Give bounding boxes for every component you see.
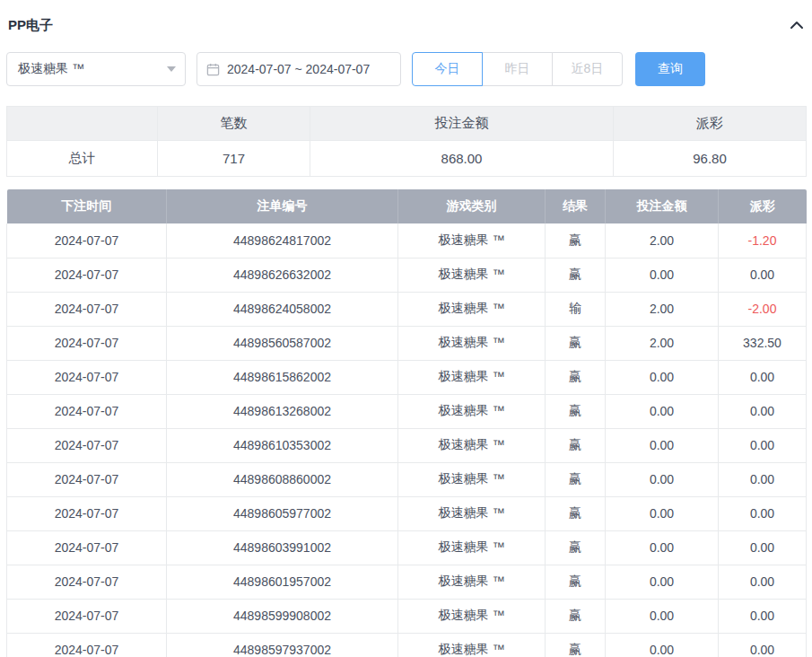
cell-result: 赢 — [546, 360, 606, 394]
cell-game: 极速糖果 ™ — [398, 223, 546, 258]
cell-date: 2024-07-07 — [7, 530, 167, 565]
cell-bet: 2.00 — [606, 326, 719, 360]
cell-bet: 0.00 — [606, 258, 719, 292]
header-order-id: 注单编号 — [167, 189, 398, 223]
chevron-up-icon — [790, 18, 804, 32]
cell-result: 赢 — [546, 496, 606, 530]
page-title: PP电子 — [8, 17, 53, 34]
cell-bet: 0.00 — [606, 599, 719, 633]
cell-order-id: 44898613268002 — [167, 394, 398, 428]
cell-game: 极速糖果 ™ — [398, 462, 546, 496]
table-row: 2024-07-0744898624817002极速糖果 ™赢2.00-1.20 — [7, 223, 807, 258]
summary-header-bet: 投注金额 — [310, 107, 614, 141]
cell-bet: 0.00 — [606, 462, 719, 496]
cell-game: 极速糖果 ™ — [398, 360, 546, 394]
summary-bet-value: 868.00 — [310, 141, 614, 177]
cell-payout: 0.00 — [719, 599, 807, 633]
cell-order-id: 44898626632002 — [167, 258, 398, 292]
cell-order-id: 44898597937002 — [167, 633, 398, 657]
header-bet-time: 下注时间 — [7, 189, 167, 223]
cell-order-id: 44898615862002 — [167, 360, 398, 394]
cell-bet: 0.00 — [606, 360, 719, 394]
table-row: 2024-07-0744898610353002极速糖果 ™赢0.000.00 — [7, 428, 807, 462]
cell-result: 赢 — [546, 223, 606, 258]
cell-result: 赢 — [546, 633, 606, 657]
summary-payout-value: 96.80 — [614, 141, 807, 177]
date-range-input[interactable]: 2024-07-07 ~ 2024-07-07 — [196, 52, 401, 86]
cell-date: 2024-07-07 — [7, 223, 167, 258]
cell-result: 赢 — [546, 599, 606, 633]
cell-result: 赢 — [546, 428, 606, 462]
cell-bet: 2.00 — [606, 223, 719, 258]
header-payout: 派彩 — [719, 189, 807, 223]
cell-bet: 0.00 — [606, 530, 719, 565]
table-row: 2024-07-0744898615862002极速糖果 ™赢0.000.00 — [7, 360, 807, 394]
cell-date: 2024-07-07 — [7, 565, 167, 599]
summary-header-payout: 派彩 — [614, 107, 807, 141]
today-button[interactable]: 今日 — [412, 52, 483, 86]
cell-order-id: 44898624817002 — [167, 223, 398, 258]
cell-game: 极速糖果 ™ — [398, 292, 546, 326]
cell-result: 输 — [546, 292, 606, 326]
table-row: 2024-07-0744898605977002极速糖果 ™赢0.000.00 — [7, 496, 807, 530]
summary-row: 总计 717 868.00 96.80 — [7, 141, 807, 177]
cell-payout: 0.00 — [719, 565, 807, 599]
cell-game: 极速糖果 ™ — [398, 258, 546, 292]
bet-table-header-row: 下注时间 注单编号 游戏类别 结果 投注金额 派彩 — [7, 189, 807, 223]
cell-order-id: 44898603991002 — [167, 530, 398, 565]
cell-payout: -1.20 — [719, 223, 807, 258]
game-select[interactable]: 极速糖果 ™ — [6, 52, 186, 86]
cell-date: 2024-07-07 — [7, 360, 167, 394]
calendar-icon — [206, 63, 220, 76]
yesterday-button[interactable]: 昨日 — [482, 52, 553, 86]
cell-date: 2024-07-07 — [7, 394, 167, 428]
quick-date-group: 今日 昨日 近8日 — [412, 52, 623, 86]
cell-order-id: 44898599908002 — [167, 599, 398, 633]
panel-header: PP电子 — [6, 0, 806, 36]
cell-date: 2024-07-07 — [7, 633, 167, 657]
cell-payout: 0.00 — [719, 633, 807, 657]
table-row: 2024-07-0744898599908002极速糖果 ™赢0.000.00 — [7, 599, 807, 633]
cell-date: 2024-07-07 — [7, 462, 167, 496]
collapse-button[interactable] — [790, 18, 804, 32]
search-button[interactable]: 查询 — [635, 52, 705, 86]
header-bet-amount: 投注金额 — [606, 189, 719, 223]
cell-order-id: 44898605977002 — [167, 496, 398, 530]
cell-payout: 0.00 — [719, 360, 807, 394]
cell-game: 极速糖果 ™ — [398, 496, 546, 530]
last-8-days-button[interactable]: 近8日 — [552, 52, 623, 86]
cell-game: 极速糖果 ™ — [398, 428, 546, 462]
table-row: 2024-07-0744898613268002极速糖果 ™赢0.000.00 — [7, 394, 807, 428]
cell-payout: 0.00 — [719, 462, 807, 496]
chevron-down-icon — [167, 66, 176, 72]
cell-payout: 0.00 — [719, 258, 807, 292]
cell-payout: 0.00 — [719, 496, 807, 530]
bet-table: 下注时间 注单编号 游戏类别 结果 投注金额 派彩 2024-07-074489… — [6, 189, 807, 657]
cell-payout: 0.00 — [719, 530, 807, 565]
cell-result: 赢 — [546, 462, 606, 496]
cell-order-id: 44898560587002 — [167, 326, 398, 360]
cell-date: 2024-07-07 — [7, 326, 167, 360]
header-game-type: 游戏类别 — [398, 189, 546, 223]
cell-bet: 0.00 — [606, 496, 719, 530]
filter-bar: 极速糖果 ™ 2024-07-07 ~ 2024-07-07 今日 昨日 近8日… — [6, 52, 806, 86]
cell-order-id: 44898608860002 — [167, 462, 398, 496]
cell-game: 极速糖果 ™ — [398, 394, 546, 428]
table-row: 2024-07-0744898608860002极速糖果 ™赢0.000.00 — [7, 462, 807, 496]
cell-bet: 0.00 — [606, 394, 719, 428]
table-row: 2024-07-0744898597937002极速糖果 ™赢0.000.00 — [7, 633, 807, 657]
summary-count-value: 717 — [158, 141, 310, 177]
report-panel: PP电子 极速糖果 ™ 2024-07-07 ~ 2024-07-07 今日 昨… — [0, 0, 812, 657]
cell-bet: 0.00 — [606, 565, 719, 599]
summary-header-empty — [7, 107, 158, 141]
cell-date: 2024-07-07 — [7, 599, 167, 633]
cell-order-id: 44898624058002 — [167, 292, 398, 326]
date-range-value: 2024-07-07 ~ 2024-07-07 — [227, 62, 370, 76]
summary-table: 笔数 投注金额 派彩 总计 717 868.00 96.80 — [6, 106, 807, 177]
cell-date: 2024-07-07 — [7, 496, 167, 530]
summary-total-label: 总计 — [7, 141, 158, 177]
cell-game: 极速糖果 ™ — [398, 633, 546, 657]
cell-payout: 332.50 — [719, 326, 807, 360]
cell-game: 极速糖果 ™ — [398, 326, 546, 360]
cell-payout: 0.00 — [719, 428, 807, 462]
